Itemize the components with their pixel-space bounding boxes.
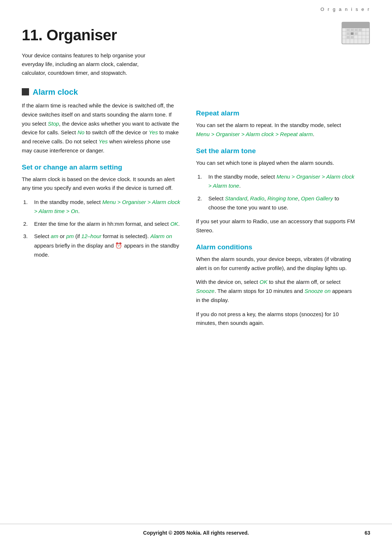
repeat-alarm-link: Menu > Organiser > Alarm clock > Repeat …	[196, 131, 313, 137]
svg-rect-20	[351, 36, 354, 38]
radio-link: Radio	[250, 195, 264, 201]
stop-link: Stop	[48, 121, 59, 127]
chapter-heading: 11. Organiser	[22, 26, 117, 44]
set-change-list: 1. In the standby mode, select Menu > Or…	[22, 198, 181, 260]
am-link: am	[51, 233, 58, 239]
alarm-conditions-body1: When the alarm sounds, your device beeps…	[196, 255, 356, 273]
intro-text: Your device contains features to help or…	[22, 51, 156, 77]
set-change-body: The alarm clock is based on the device c…	[22, 175, 181, 193]
main-content: Your device contains features to help or…	[0, 51, 392, 333]
header-title: O r g a n i s e r	[320, 7, 370, 12]
alarm-tone-footnote: If you set your alarm to Radio, use an a…	[196, 217, 356, 235]
header-bar: O r g a n i s e r	[0, 0, 392, 12]
list-item: 3. Select am or pm (if 12–hour format is…	[22, 232, 181, 260]
right-column: Repeat alarm You can set the alarm to re…	[196, 51, 356, 333]
snooze-on-link: Snooze on	[305, 288, 331, 294]
svg-rect-13	[351, 29, 354, 31]
ok-link: OK	[260, 279, 268, 285]
footer-page: 63	[364, 530, 370, 536]
svg-rect-19	[347, 36, 350, 38]
repeat-alarm-body: You can set the alarm to repeat. In the …	[196, 121, 356, 139]
tone-step2-link: Standard	[225, 195, 247, 201]
set-change-heading: Set or change an alarm setting	[22, 163, 181, 171]
svg-rect-1	[342, 22, 369, 28]
tone-step1-link: Menu > Organiser > Alarm clock > Alarm t…	[208, 173, 354, 189]
snooze-link: Snooze	[196, 288, 215, 294]
svg-rect-17	[351, 32, 354, 35]
list-item: 1. In the standby mode, select Menu > Or…	[22, 198, 181, 216]
svg-rect-16	[347, 32, 350, 35]
pm-link: pm	[66, 233, 74, 239]
alarm-tone-list: 1. In the standby mode, select Menu > Or…	[196, 172, 356, 212]
alarm-conditions-body3: If you do not press a key, the alarms st…	[196, 310, 356, 328]
alarm-conditions-heading: Alarm conditions	[196, 243, 356, 251]
ringing-link: Ringing tone	[268, 195, 298, 201]
footer: Copyright © 2005 Nokia. All rights reser…	[0, 524, 392, 543]
section-square-icon	[22, 88, 29, 95]
list-item: 2. Enter the time for the alarm in hh:mm…	[22, 220, 181, 229]
chapter-header-area: 11. Organiser	[22, 16, 370, 51]
12hour-link: 12–hour	[81, 233, 101, 239]
list-item: 2. Select Standard, Radio, Ringing tone,…	[196, 194, 356, 212]
calendar-icon	[341, 19, 370, 45]
alarm-icon: ⏰	[115, 241, 122, 250]
set-alarm-tone-heading: Set the alarm tone	[196, 147, 356, 155]
alarm-clock-body: If the alarm time is reached while the d…	[22, 101, 181, 155]
step1-link: Menu > Organiser > Alarm clock > Alarm t…	[34, 199, 180, 214]
chapter-heading-row: 11. Organiser	[0, 12, 392, 51]
svg-rect-14	[355, 29, 358, 31]
set-alarm-tone-body: You can set which tone is played when th…	[196, 159, 356, 168]
yes-link: Yes	[149, 129, 158, 135]
repeat-alarm-heading: Repeat alarm	[196, 109, 356, 117]
gallery-link: Open Gallery	[301, 195, 333, 201]
page: O r g a n i s e r 11. Organiser	[0, 0, 392, 543]
list-item: 1. In the standby mode, select Menu > Or…	[196, 172, 356, 191]
alarm-clock-heading: Alarm clock	[22, 87, 181, 97]
alarm-on-link: Alarm on	[150, 233, 172, 239]
svg-rect-12	[347, 29, 350, 31]
left-column: Your device contains features to help or…	[22, 51, 181, 333]
step2-link: OK	[170, 221, 178, 227]
yes2-link: Yes	[99, 138, 108, 144]
no-link: No	[77, 129, 84, 135]
svg-rect-15	[359, 29, 362, 31]
alarm-conditions-body2: With the device on, select OK to shut th…	[196, 278, 356, 305]
svg-rect-18	[355, 32, 358, 35]
footer-copyright: Copyright © 2005 Nokia. All rights reser…	[22, 530, 370, 536]
